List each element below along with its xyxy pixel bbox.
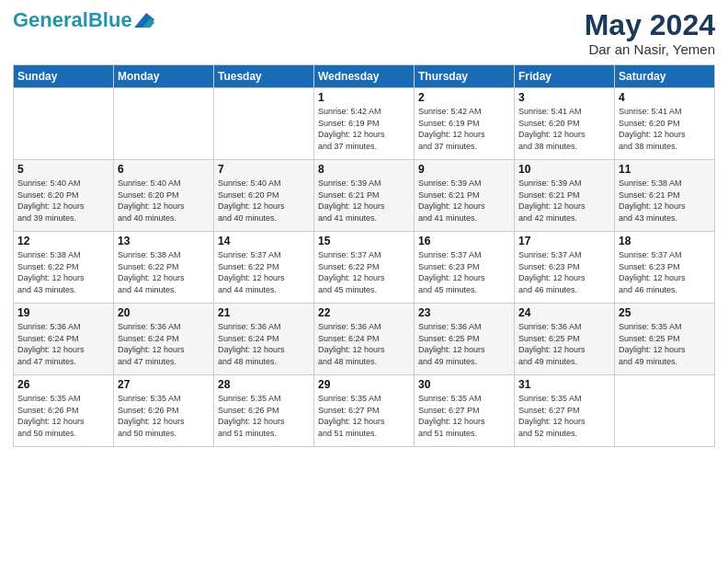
- calendar-cell: 11Sunrise: 5:38 AM Sunset: 6:21 PM Dayli…: [615, 160, 715, 232]
- calendar-cell: 19Sunrise: 5:36 AM Sunset: 6:24 PM Dayli…: [14, 304, 114, 375]
- week-row-1: 1Sunrise: 5:42 AM Sunset: 6:19 PM Daylig…: [14, 88, 715, 160]
- calendar-cell: 10Sunrise: 5:39 AM Sunset: 6:21 PM Dayli…: [515, 160, 615, 232]
- day-info: Sunrise: 5:35 AM Sunset: 6:26 PM Dayligh…: [218, 393, 310, 439]
- calendar-cell: 27Sunrise: 5:35 AM Sunset: 6:26 PM Dayli…: [114, 375, 214, 447]
- day-number: 28: [218, 378, 310, 391]
- calendar-cell: 14Sunrise: 5:37 AM Sunset: 6:22 PM Dayli…: [214, 232, 314, 304]
- calendar-cell: 3Sunrise: 5:41 AM Sunset: 6:20 PM Daylig…: [515, 88, 615, 160]
- day-number: 12: [17, 235, 109, 247]
- calendar-table: SundayMondayTuesdayWednesdayThursdayFrid…: [13, 64, 715, 447]
- calendar-cell: 24Sunrise: 5:36 AM Sunset: 6:25 PM Dayli…: [515, 304, 615, 375]
- day-header-friday: Friday: [515, 65, 615, 88]
- day-info: Sunrise: 5:42 AM Sunset: 6:19 PM Dayligh…: [418, 106, 510, 152]
- logo-text: GeneralBlue: [13, 9, 132, 31]
- calendar-cell: [214, 88, 314, 160]
- calendar-cell: 26Sunrise: 5:35 AM Sunset: 6:26 PM Dayli…: [14, 375, 114, 447]
- day-number: 6: [118, 163, 210, 176]
- calendar-cell: 8Sunrise: 5:39 AM Sunset: 6:21 PM Daylig…: [314, 160, 415, 232]
- day-info: Sunrise: 5:36 AM Sunset: 6:24 PM Dayligh…: [218, 321, 310, 367]
- day-number: 27: [118, 378, 210, 391]
- calendar-cell: 15Sunrise: 5:37 AM Sunset: 6:22 PM Dayli…: [314, 232, 415, 304]
- day-number: 13: [118, 235, 210, 247]
- week-row-3: 12Sunrise: 5:38 AM Sunset: 6:22 PM Dayli…: [14, 232, 715, 304]
- calendar-cell: 16Sunrise: 5:37 AM Sunset: 6:23 PM Dayli…: [415, 232, 515, 304]
- header-row: SundayMondayTuesdayWednesdayThursdayFrid…: [14, 65, 715, 88]
- day-number: 5: [17, 163, 109, 176]
- calendar-cell: 4Sunrise: 5:41 AM Sunset: 6:20 PM Daylig…: [615, 88, 715, 160]
- day-info: Sunrise: 5:38 AM Sunset: 6:22 PM Dayligh…: [17, 249, 109, 295]
- calendar-cell: 20Sunrise: 5:36 AM Sunset: 6:24 PM Dayli…: [114, 304, 214, 375]
- calendar-cell: 7Sunrise: 5:40 AM Sunset: 6:20 PM Daylig…: [214, 160, 314, 232]
- day-number: 18: [619, 235, 711, 247]
- day-number: 29: [318, 378, 410, 391]
- logo: GeneralBlue: [13, 9, 154, 31]
- calendar-cell: 21Sunrise: 5:36 AM Sunset: 6:24 PM Dayli…: [214, 304, 314, 375]
- day-number: 21: [218, 306, 310, 319]
- calendar-cell: 30Sunrise: 5:35 AM Sunset: 6:27 PM Dayli…: [415, 375, 515, 447]
- week-row-5: 26Sunrise: 5:35 AM Sunset: 6:26 PM Dayli…: [14, 375, 715, 447]
- day-number: 23: [418, 306, 510, 319]
- day-number: 4: [619, 91, 711, 104]
- day-number: 10: [518, 163, 610, 176]
- day-info: Sunrise: 5:36 AM Sunset: 6:25 PM Dayligh…: [418, 321, 510, 367]
- day-number: 26: [17, 378, 109, 391]
- main-title: May 2024: [585, 9, 715, 41]
- day-header-wednesday: Wednesday: [314, 65, 415, 88]
- week-row-4: 19Sunrise: 5:36 AM Sunset: 6:24 PM Dayli…: [14, 304, 715, 375]
- calendar-cell: 17Sunrise: 5:37 AM Sunset: 6:23 PM Dayli…: [515, 232, 615, 304]
- day-number: 3: [518, 91, 610, 104]
- day-header-thursday: Thursday: [415, 65, 515, 88]
- calendar-cell: 18Sunrise: 5:37 AM Sunset: 6:23 PM Dayli…: [615, 232, 715, 304]
- day-info: Sunrise: 5:35 AM Sunset: 6:27 PM Dayligh…: [318, 393, 410, 439]
- day-info: Sunrise: 5:35 AM Sunset: 6:26 PM Dayligh…: [17, 393, 109, 439]
- day-info: Sunrise: 5:41 AM Sunset: 6:20 PM Dayligh…: [619, 106, 711, 152]
- day-info: Sunrise: 5:40 AM Sunset: 6:20 PM Dayligh…: [218, 178, 310, 224]
- day-number: 2: [418, 91, 510, 104]
- calendar-cell: 25Sunrise: 5:35 AM Sunset: 6:25 PM Dayli…: [615, 304, 715, 375]
- day-info: Sunrise: 5:40 AM Sunset: 6:20 PM Dayligh…: [118, 178, 210, 224]
- calendar-cell: 12Sunrise: 5:38 AM Sunset: 6:22 PM Dayli…: [14, 232, 114, 304]
- calendar-cell: 29Sunrise: 5:35 AM Sunset: 6:27 PM Dayli…: [314, 375, 415, 447]
- day-info: Sunrise: 5:35 AM Sunset: 6:26 PM Dayligh…: [118, 393, 210, 439]
- day-header-monday: Monday: [114, 65, 214, 88]
- day-number: 20: [118, 306, 210, 319]
- day-number: 16: [418, 235, 510, 247]
- calendar-cell: 28Sunrise: 5:35 AM Sunset: 6:26 PM Dayli…: [214, 375, 314, 447]
- day-info: Sunrise: 5:36 AM Sunset: 6:24 PM Dayligh…: [318, 321, 410, 367]
- day-info: Sunrise: 5:35 AM Sunset: 6:27 PM Dayligh…: [418, 393, 510, 439]
- logo-icon: [134, 10, 154, 30]
- day-header-tuesday: Tuesday: [214, 65, 314, 88]
- calendar-cell: [615, 375, 715, 447]
- day-info: Sunrise: 5:42 AM Sunset: 6:19 PM Dayligh…: [318, 106, 410, 152]
- day-number: 15: [318, 235, 410, 247]
- calendar-cell: 13Sunrise: 5:38 AM Sunset: 6:22 PM Dayli…: [114, 232, 214, 304]
- day-header-sunday: Sunday: [14, 65, 114, 88]
- day-number: 11: [619, 163, 711, 176]
- day-info: Sunrise: 5:36 AM Sunset: 6:24 PM Dayligh…: [118, 321, 210, 367]
- day-info: Sunrise: 5:38 AM Sunset: 6:22 PM Dayligh…: [118, 249, 210, 295]
- day-number: 9: [418, 163, 510, 176]
- calendar-cell: 1Sunrise: 5:42 AM Sunset: 6:19 PM Daylig…: [314, 88, 415, 160]
- day-info: Sunrise: 5:39 AM Sunset: 6:21 PM Dayligh…: [518, 178, 610, 224]
- day-number: 30: [418, 378, 510, 391]
- day-number: 25: [619, 306, 711, 319]
- calendar-cell: [114, 88, 214, 160]
- day-info: Sunrise: 5:38 AM Sunset: 6:21 PM Dayligh…: [619, 178, 711, 224]
- day-info: Sunrise: 5:37 AM Sunset: 6:23 PM Dayligh…: [619, 249, 711, 295]
- day-info: Sunrise: 5:37 AM Sunset: 6:23 PM Dayligh…: [518, 249, 610, 295]
- day-info: Sunrise: 5:37 AM Sunset: 6:22 PM Dayligh…: [218, 249, 310, 295]
- day-number: 22: [318, 306, 410, 319]
- calendar-cell: 6Sunrise: 5:40 AM Sunset: 6:20 PM Daylig…: [114, 160, 214, 232]
- day-info: Sunrise: 5:36 AM Sunset: 6:25 PM Dayligh…: [518, 321, 610, 367]
- day-info: Sunrise: 5:40 AM Sunset: 6:20 PM Dayligh…: [17, 178, 109, 224]
- day-info: Sunrise: 5:41 AM Sunset: 6:20 PM Dayligh…: [518, 106, 610, 152]
- subtitle: Dar an Nasir, Yemen: [585, 41, 715, 57]
- day-info: Sunrise: 5:35 AM Sunset: 6:27 PM Dayligh…: [518, 393, 610, 439]
- day-info: Sunrise: 5:39 AM Sunset: 6:21 PM Dayligh…: [318, 178, 410, 224]
- calendar-cell: 31Sunrise: 5:35 AM Sunset: 6:27 PM Dayli…: [515, 375, 615, 447]
- day-number: 7: [218, 163, 310, 176]
- calendar-cell: 22Sunrise: 5:36 AM Sunset: 6:24 PM Dayli…: [314, 304, 415, 375]
- title-block: May 2024 Dar an Nasir, Yemen: [585, 9, 715, 57]
- day-info: Sunrise: 5:39 AM Sunset: 6:21 PM Dayligh…: [418, 178, 510, 224]
- day-number: 1: [318, 91, 410, 104]
